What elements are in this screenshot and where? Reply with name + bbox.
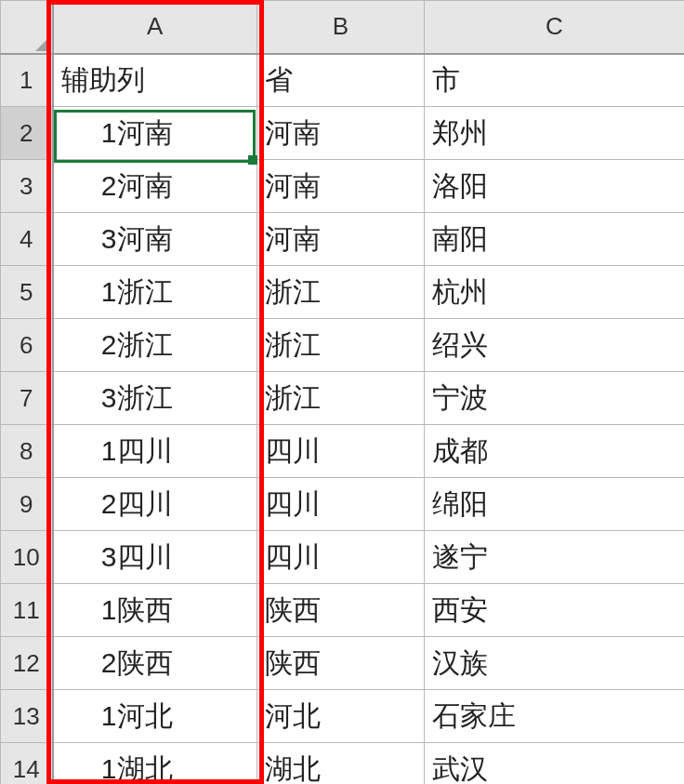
- cell-A13[interactable]: 1河北: [53, 690, 257, 743]
- cell-prefix: 2: [61, 170, 117, 202]
- cell-suffix: 四川: [117, 435, 173, 466]
- cell-B13[interactable]: 河北: [257, 690, 425, 743]
- cell-B3[interactable]: 河南: [257, 160, 425, 213]
- row-header-4[interactable]: 4: [1, 213, 53, 266]
- cell-B1[interactable]: 省: [257, 54, 425, 107]
- cell-suffix: 河南: [117, 223, 173, 254]
- row-header-9[interactable]: 9: [1, 478, 53, 531]
- col-header-A[interactable]: A: [53, 1, 257, 54]
- cell-suffix: 四川: [117, 541, 173, 572]
- row-header-11[interactable]: 11: [1, 584, 53, 637]
- cell-B8[interactable]: 四川: [257, 425, 425, 478]
- table-row: 6 2浙江 浙江 绍兴: [1, 319, 685, 372]
- cell-B2[interactable]: 河南: [257, 107, 425, 160]
- spreadsheet-grid: A B C 1 辅助列 省 市 2 1河南 河南 郑州 3 2河南 河南 洛阳 …: [0, 0, 684, 784]
- cell-prefix: 1: [61, 117, 117, 149]
- row-header-12[interactable]: 12: [1, 637, 53, 690]
- cell-prefix: 2: [61, 647, 117, 679]
- table-row: 10 3四川 四川 遂宁: [1, 531, 685, 584]
- cell-prefix: 1: [61, 700, 117, 732]
- row-header-10[interactable]: 10: [1, 531, 53, 584]
- row-header-5[interactable]: 5: [1, 266, 53, 319]
- row-header-14[interactable]: 14: [1, 743, 53, 785]
- cell-B14[interactable]: 湖北: [257, 743, 425, 785]
- cell-A12[interactable]: 2陕西: [53, 637, 257, 690]
- corner-triangle-icon: [35, 36, 50, 51]
- cell-A5[interactable]: 1浙江: [53, 266, 257, 319]
- cell-C13[interactable]: 石家庄: [425, 690, 685, 743]
- cell-suffix: 浙江: [117, 382, 173, 413]
- cell-B5[interactable]: 浙江: [257, 266, 425, 319]
- cell-B6[interactable]: 浙江: [257, 319, 425, 372]
- cell-prefix: 1: [61, 276, 117, 308]
- cell-A4[interactable]: 3河南: [53, 213, 257, 266]
- cell-B12[interactable]: 陕西: [257, 637, 425, 690]
- col-header-B[interactable]: B: [257, 1, 425, 54]
- select-all-corner[interactable]: [1, 1, 53, 54]
- cell-C6[interactable]: 绍兴: [425, 319, 685, 372]
- table-row: 13 1河北 河北 石家庄: [1, 690, 685, 743]
- cell-B11[interactable]: 陕西: [257, 584, 425, 637]
- table-row: 8 1四川 四川 成都: [1, 425, 685, 478]
- cell-A2[interactable]: 1河南: [53, 107, 257, 160]
- row-header-7[interactable]: 7: [1, 372, 53, 425]
- cell-suffix: 浙江: [117, 329, 173, 360]
- cell-A1[interactable]: 辅助列: [53, 54, 257, 107]
- cell-suffix: 河南: [117, 170, 173, 201]
- cell-A8[interactable]: 1四川: [53, 425, 257, 478]
- cell-B9[interactable]: 四川: [257, 478, 425, 531]
- cell-suffix: 陕西: [117, 647, 173, 678]
- cell-suffix: 河北: [117, 700, 173, 731]
- cell-prefix: 2: [61, 329, 117, 361]
- cell-C12[interactable]: 汉族: [425, 637, 685, 690]
- cell-suffix: 四川: [117, 488, 173, 519]
- cell-B10[interactable]: 四川: [257, 531, 425, 584]
- cell-A3[interactable]: 2河南: [53, 160, 257, 213]
- cell-prefix: 2: [61, 488, 117, 520]
- cell-C14[interactable]: 武汉: [425, 743, 685, 785]
- cell-C9[interactable]: 绵阳: [425, 478, 685, 531]
- cell-suffix: 河南: [117, 117, 173, 148]
- row-header-3[interactable]: 3: [1, 160, 53, 213]
- row-header-8[interactable]: 8: [1, 425, 53, 478]
- cell-prefix: 3: [61, 223, 117, 255]
- cell-C4[interactable]: 南阳: [425, 213, 685, 266]
- table-row: 14 1湖北 湖北 武汉: [1, 743, 685, 785]
- cell-C5[interactable]: 杭州: [425, 266, 685, 319]
- cell-prefix: 3: [61, 541, 117, 573]
- cell-prefix: 1: [61, 435, 117, 467]
- cell-suffix: 湖北: [117, 753, 173, 784]
- cell-B7[interactable]: 浙江: [257, 372, 425, 425]
- row-header-1[interactable]: 1: [1, 54, 53, 107]
- cell-C8[interactable]: 成都: [425, 425, 685, 478]
- cell-C3[interactable]: 洛阳: [425, 160, 685, 213]
- cell-C7[interactable]: 宁波: [425, 372, 685, 425]
- table-row: 2 1河南 河南 郑州: [1, 107, 685, 160]
- cell-A9[interactable]: 2四川: [53, 478, 257, 531]
- cell-A10[interactable]: 3四川: [53, 531, 257, 584]
- table-row: 4 3河南 河南 南阳: [1, 213, 685, 266]
- cell-A14[interactable]: 1湖北: [53, 743, 257, 785]
- cell-prefix: 3: [61, 382, 117, 414]
- row-header-13[interactable]: 13: [1, 690, 53, 743]
- cell-suffix: 浙江: [117, 276, 173, 307]
- cell-C11[interactable]: 西安: [425, 584, 685, 637]
- cell-A6[interactable]: 2浙江: [53, 319, 257, 372]
- cell-suffix: 陕西: [117, 594, 173, 625]
- row-header-6[interactable]: 6: [1, 319, 53, 372]
- table-row: 7 3浙江 浙江 宁波: [1, 372, 685, 425]
- cell-B4[interactable]: 河南: [257, 213, 425, 266]
- table-row: 11 1陕西 陕西 西安: [1, 584, 685, 637]
- cell-C1[interactable]: 市: [425, 54, 685, 107]
- table-row: 5 1浙江 浙江 杭州: [1, 266, 685, 319]
- cell-prefix: 1: [61, 594, 117, 626]
- cell-A11[interactable]: 1陕西: [53, 584, 257, 637]
- cell-C2[interactable]: 郑州: [425, 107, 685, 160]
- cell-A7[interactable]: 3浙江: [53, 372, 257, 425]
- cell-C10[interactable]: 遂宁: [425, 531, 685, 584]
- col-header-C[interactable]: C: [425, 1, 685, 54]
- column-header-row: A B C: [1, 1, 685, 54]
- table-row: 3 2河南 河南 洛阳: [1, 160, 685, 213]
- row-header-2[interactable]: 2: [1, 107, 53, 160]
- cell-prefix: 1: [61, 753, 117, 785]
